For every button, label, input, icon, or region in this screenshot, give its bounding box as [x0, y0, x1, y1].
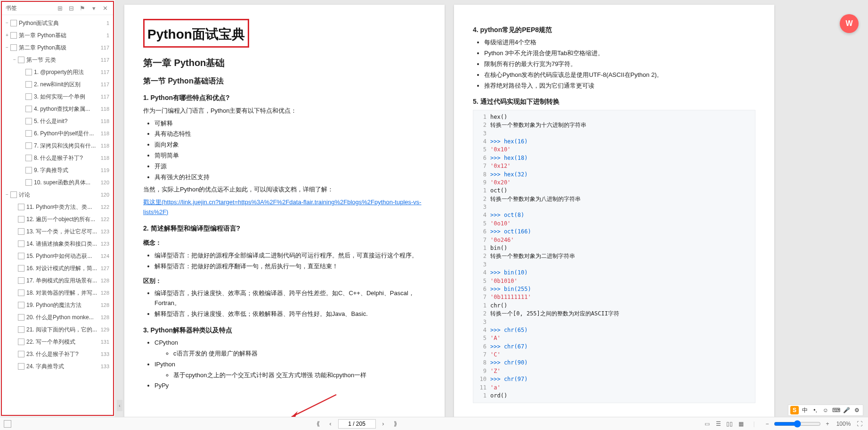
code-line: 5'0x10' — [477, 146, 751, 154]
bookmark-page: 124 — [101, 251, 109, 261]
word-fab-button[interactable]: W — [840, 14, 859, 33]
ime-lang-toggle[interactable]: 中 — [801, 406, 809, 414]
q1-link[interactable]: 戳这里 — [143, 198, 162, 206]
q1-link-url[interactable]: (https://link.juejin.cn?target=https%3A%… — [143, 198, 422, 215]
bookmark-item[interactable]: +第一章 Python基础1 — [2, 29, 113, 41]
bookmark-item[interactable]: 8. 什么是猴子补丁?118 — [2, 152, 113, 164]
add-bookmark-icon[interactable]: ⊞ — [56, 4, 64, 13]
document-viewer: Python面试宝典 第一章 Python基础 第一节 Python基础语法 1… — [115, 0, 868, 417]
bookmark-item[interactable]: 13. 写一个类，并让它尽可...123 — [2, 225, 113, 238]
bookmark-item[interactable]: 12. 遍历一个object的所有...122 — [2, 213, 113, 225]
first-page-button[interactable]: ⟪ — [314, 419, 323, 429]
bookmark-toggle-icon[interactable]: + — [4, 31, 10, 40]
list-item: 面向对象 — [154, 140, 426, 150]
bookmark-item[interactable]: 23. 什么是猴子补丁?133 — [2, 348, 113, 360]
code-line: 2转换一个整数对象为二进制字符串 — [477, 252, 751, 260]
bookmark-toggle-icon[interactable]: − — [4, 18, 10, 28]
bookmark-item[interactable]: −Python面试宝典1 — [2, 17, 113, 29]
bookmark-item[interactable]: 5. 什么是init?118 — [2, 115, 113, 127]
bookmark-item[interactable]: −第二章 Python高级117 — [2, 41, 113, 54]
bookmark-item[interactable]: 22. 写一个单列模式131 — [2, 336, 113, 348]
bookmark-item[interactable]: −讨论120 — [2, 189, 113, 201]
view-book-icon[interactable]: ▦ — [736, 419, 746, 429]
bookmark-label: 2. new和init的区别 — [34, 80, 99, 89]
bookmark-item[interactable]: 19. Python的魔法方法128 — [2, 299, 113, 311]
zoom-slider[interactable] — [774, 420, 821, 428]
svg-line-0 — [292, 395, 336, 417]
close-sidebar-icon[interactable]: ✕ — [101, 4, 109, 13]
bottom-toolbar: ⟪ ‹ › ⟫ ▭ ☰ ▯▯ ▦ | − + 100% ⛶ — [0, 417, 868, 430]
bookmark-item[interactable]: 21. 阅读下面的代码，它的...129 — [2, 323, 113, 336]
remove-bookmark-icon[interactable]: ⊟ — [67, 4, 75, 13]
ime-keyboard-icon[interactable]: ⌨ — [832, 406, 840, 414]
code-line: 11'a' — [477, 384, 751, 392]
zoom-out-button[interactable]: − — [763, 419, 772, 429]
bookmark-page: 118 — [101, 116, 109, 126]
q1-para2: 当然，实际上Python的优点远不止如此，可以阅读该文档，详细了解： — [143, 185, 426, 195]
bookmark-tree[interactable]: −Python面试宝典1+第一章 Python基础1−第二章 Python高级1… — [2, 15, 113, 415]
bookmark-toggle-icon[interactable]: − — [4, 43, 10, 52]
list-item: 编译型语言：把做好的源程序全部编译成二进制代码的可运行程序。然后，可直接运行这个… — [154, 251, 426, 261]
last-page-button[interactable]: ⟫ — [391, 419, 400, 429]
bookmark-toggle-icon[interactable]: − — [4, 190, 10, 199]
bookmark-icon — [18, 204, 24, 210]
bookmark-item[interactable]: 10. super函数的具体...120 — [2, 176, 113, 189]
next-page-button[interactable]: › — [379, 419, 388, 429]
view-single-icon[interactable]: ▭ — [702, 419, 712, 429]
bookmark-flag-icon[interactable]: ⚑ — [78, 4, 87, 13]
code-line: 4>>> chr(65) — [477, 326, 751, 334]
prev-page-button[interactable]: ‹ — [326, 419, 335, 429]
fullscreen-icon[interactable]: ⛶ — [855, 419, 864, 429]
bookmark-item[interactable]: −第一节 元类117 — [2, 54, 113, 66]
zoom-in-button[interactable]: + — [823, 419, 832, 429]
section-heading: 第一节 Python基础语法 — [143, 75, 426, 87]
bookmark-page: 131 — [101, 337, 109, 347]
bookmark-item[interactable]: 4. python查找对象属...118 — [2, 103, 113, 115]
code-line: 8>>> chr(90) — [477, 359, 751, 367]
selection-tool-icon[interactable] — [4, 420, 11, 428]
bookmark-item[interactable]: 14. 请描述抽象类和接口类...123 — [2, 238, 113, 250]
list-item: 开源 — [154, 162, 426, 172]
bookmark-label: 15. Python中如何动态获... — [26, 251, 99, 261]
bookmark-item[interactable]: 6. Python中的self是什...118 — [2, 127, 113, 140]
q1-title: 1. Python有哪些特点和优点? — [143, 92, 426, 103]
bookmark-item[interactable]: 2. new和init的区别117 — [2, 78, 113, 91]
bookmark-toggle-icon[interactable]: − — [11, 55, 18, 65]
list-item: 编译型语言，执行速度快、效率高；依赖编译器、跨平台性差些。如C、C++、Delp… — [154, 289, 426, 308]
sidebar-collapse-toggle[interactable]: ‹ — [117, 400, 122, 411]
dropdown-icon[interactable]: ▾ — [89, 4, 98, 13]
ime-mic-icon[interactable]: 🎤 — [842, 406, 851, 414]
list-item: 在核心Python发布的代码应该总是使用UTF-8(ASCII在Python 2… — [484, 70, 755, 80]
ime-toolbar[interactable]: S 中 •, ☺ ⌨ 🎤 ⚙ — [788, 405, 863, 416]
bookmark-page: 118 — [101, 153, 109, 163]
bookmark-item[interactable]: 11. Python中类方法、类...122 — [2, 201, 113, 213]
page-right: 4. python常见的PEP8规范 每级缩进用4个空格Python 3中不允许… — [454, 5, 774, 417]
bookmark-item[interactable]: 24. 字典推导式133 — [2, 360, 113, 372]
ime-settings-icon[interactable]: ⚙ — [852, 406, 861, 414]
code-line: 3 — [477, 203, 751, 211]
bookmark-label: 1. @property的用法 — [34, 67, 99, 77]
bookmark-item[interactable]: 15. Python中如何动态获...124 — [2, 250, 113, 262]
code-line: 4>>> hex(16) — [477, 138, 751, 146]
bookmark-item[interactable]: 9. 字典推导式119 — [2, 164, 113, 176]
bookmark-page: 128 — [101, 288, 109, 298]
view-continuous-icon[interactable]: ☰ — [714, 419, 723, 429]
view-facing-icon[interactable]: ▯▯ — [725, 419, 734, 429]
code-line: 7'0x12' — [477, 162, 751, 170]
page-number-input[interactable] — [338, 419, 376, 429]
ime-emoji-icon[interactable]: ☺ — [821, 406, 830, 414]
bookmark-item[interactable]: 16. 对设计模式的理解，简...127 — [2, 262, 113, 274]
q4-list: 每级缩进用4个空格Python 3中不允许混合使用Tab和空格缩进。限制所有行的… — [484, 38, 755, 91]
code-line: 2转换一个整数对象为八进制的字符串 — [477, 195, 751, 203]
bookmark-label: 18. 对装饰器的理解，并写... — [26, 288, 99, 298]
bookmark-item[interactable]: 7. 深拷贝和浅拷贝有什...118 — [2, 140, 113, 152]
bookmark-item[interactable]: 17. 单例模式的应用场景有...128 — [2, 274, 113, 287]
bookmark-item[interactable]: 20. 什么是Python monke...128 — [2, 311, 113, 323]
bookmark-icon — [25, 155, 32, 161]
bookmark-item[interactable]: 1. @property的用法117 — [2, 66, 113, 78]
bookmark-item[interactable]: 18. 对装饰器的理解，并写...128 — [2, 287, 113, 299]
list-item: IPython — [154, 360, 426, 370]
bookmark-item[interactable]: 3. 如何实现一个单例117 — [2, 91, 113, 103]
ime-punct-icon[interactable]: •, — [811, 406, 819, 414]
list-item: 具有强大的社区支持 — [154, 173, 426, 182]
